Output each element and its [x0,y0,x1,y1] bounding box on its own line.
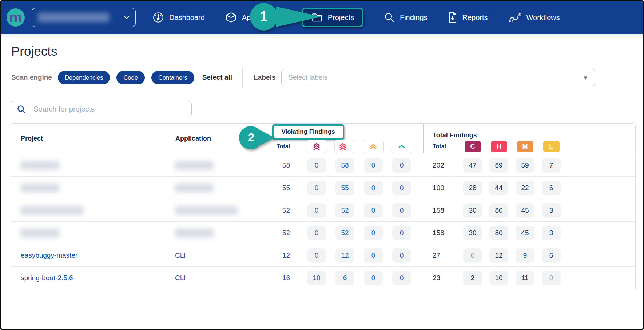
violating-medium-count[interactable]: 0 [364,271,383,285]
violating-low-count[interactable]: 0 [392,226,411,240]
column-header-project[interactable]: Project [11,124,166,153]
violating-critical-count[interactable]: 0 [307,203,326,218]
application-link[interactable]: CLI [175,274,186,282]
table-row: 55 0 55 0 0 100 28 44 22 6 [11,177,635,199]
violating-high-count[interactable]: 55 [335,181,354,195]
project-link[interactable]: easybuggy-master [21,251,77,259]
sort-low-button[interactable] [391,140,412,153]
redacted-project-name [21,161,59,170]
violating-high-count[interactable]: 12 [335,248,354,263]
violating-critical-count[interactable]: 10 [307,271,326,285]
redacted-application-name [175,229,214,237]
low-badge: L [543,141,560,152]
violating-high-count[interactable]: 6 [335,271,354,285]
total-medium-count: 59 [516,158,534,173]
top-navigation: m Dashboard [1,1,643,34]
violating-critical-count[interactable]: 0 [307,248,326,263]
main-content: Projects Scan engine Dependencies Code C… [1,34,643,289]
app-window: m Dashboard [0,0,644,330]
high-severity-icon [339,143,346,150]
total-findings-count: 202 [433,161,444,169]
redacted-application-name [175,184,214,192]
workflow-icon [508,12,521,23]
total-low-count: 6 [542,181,561,195]
nav-item-workflows[interactable]: Workflows [508,12,560,23]
total-low-count: 7 [542,158,561,173]
total-high-count: 80 [489,203,508,218]
violating-critical-count[interactable]: 0 [307,158,326,173]
mend-logo-icon: m [6,8,25,27]
violating-medium-count[interactable]: 0 [364,203,383,218]
report-download-icon [448,12,457,23]
nav-item-findings[interactable]: Findings [384,12,428,23]
low-severity-icon [398,145,405,148]
nav-label-workflows: Workflows [526,13,560,22]
project-link[interactable]: spring-boot-2.5.6 [21,274,73,282]
violating-total-link[interactable]: 12 [282,251,290,259]
table-header: Project Application Violating Findings T… [11,124,635,154]
violating-medium-count[interactable]: 0 [364,158,383,173]
filter-divider [242,67,243,88]
violating-low-count[interactable]: 0 [392,158,411,173]
total-findings-count: 100 [433,184,444,192]
total-critical-count: 30 [463,226,482,240]
nav-item-projects[interactable]: Projects [302,8,363,27]
subheader-total-findings-total: Total [423,140,460,153]
total-high-count: 12 [489,248,508,263]
violating-low-count[interactable]: 0 [392,248,411,263]
sort-critical-button[interactable] [306,140,327,153]
violating-critical-count[interactable]: 0 [307,226,326,240]
sort-medium-button[interactable] [363,140,384,153]
violating-high-count[interactable]: 52 [335,226,354,240]
total-medium-count: 9 [516,248,534,263]
violating-critical-count[interactable]: 0 [307,181,326,195]
violating-medium-count[interactable]: 0 [364,226,383,240]
filter-pill-code[interactable]: Code [116,71,144,84]
select-all-button[interactable]: Select all [202,73,232,81]
violating-total-link[interactable]: 16 [282,274,290,282]
sort-high-button[interactable]: ↓ [334,140,355,153]
labels-select[interactable]: ▼ [281,69,595,86]
total-high-count: 80 [489,226,508,240]
violating-total-link[interactable]: 58 [282,161,290,169]
nav-label-applications: Applications [242,13,281,22]
total-high-count: 44 [489,181,508,195]
filter-pill-dependencies[interactable]: Dependencies [58,71,110,84]
violating-total-link[interactable]: 52 [282,206,290,214]
gauge-icon [152,12,164,23]
total-findings-count: 23 [433,274,440,282]
violating-high-count[interactable]: 52 [335,203,354,218]
cube-icon [225,12,237,23]
subheader-violating-total: Total [269,140,302,153]
total-critical-count: 28 [463,181,482,195]
total-critical-count: 2 [463,271,482,285]
search-icon [17,105,26,114]
total-low-count: 0 [542,271,561,285]
svg-text:m: m [9,10,23,25]
chevron-down-icon [124,16,130,19]
application-link[interactable]: CLI [175,251,186,259]
filter-pill-containers[interactable]: Containers [151,71,194,84]
violating-low-count[interactable]: 0 [392,271,411,285]
organization-selector[interactable] [32,8,136,27]
violating-medium-count[interactable]: 0 [364,248,383,263]
table-row: 52 0 52 0 0 158 30 80 45 3 [11,199,635,222]
violating-total-link[interactable]: 52 [282,229,290,237]
violating-total-link[interactable]: 55 [282,184,290,192]
violating-low-count[interactable]: 0 [392,181,411,195]
project-search[interactable] [11,101,192,117]
violating-low-count[interactable]: 0 [392,203,411,218]
filter-bar: Scan engine Dependencies Code Containers… [11,69,643,85]
violating-medium-count[interactable]: 0 [364,181,383,195]
total-findings-count: 27 [433,251,440,259]
violating-high-count[interactable]: 58 [335,158,354,173]
nav-item-dashboard[interactable]: Dashboard [152,12,205,23]
total-critical-count: 47 [463,158,482,173]
column-header-total-findings: Total Findings [423,132,564,140]
search-input[interactable] [33,105,186,113]
table-row: 52 0 52 0 0 158 30 80 45 3 [11,222,635,244]
nav-item-applications[interactable]: Applications [225,12,281,23]
column-header-application[interactable]: Application [166,124,269,153]
labels-input[interactable] [288,73,579,81]
nav-item-reports[interactable]: Reports [448,12,488,23]
